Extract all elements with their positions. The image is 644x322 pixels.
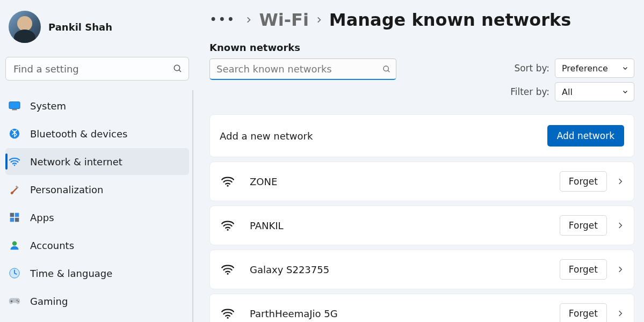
sidebar-item-label: Bluetooth & devices xyxy=(30,128,127,140)
svg-line-16 xyxy=(388,70,389,72)
sidebar-item-apps[interactable]: Apps xyxy=(5,204,189,231)
svg-point-14 xyxy=(18,301,19,302)
sidebar-item-gaming[interactable]: Gaming xyxy=(5,288,189,314)
svg-rect-8 xyxy=(15,213,19,217)
sidebar-item-label: Network & internet xyxy=(30,156,122,167)
svg-point-17 xyxy=(227,185,228,187)
sort-by-select[interactable]: Preference xyxy=(555,58,634,78)
chevron-right-icon xyxy=(617,310,624,317)
chevron-right-icon xyxy=(617,178,624,185)
sidebar-item-label: Time & language xyxy=(30,268,112,279)
sidebar: Pankil Shah System Bluetooth & devices N… xyxy=(0,0,193,322)
expand-row-button[interactable] xyxy=(617,178,624,185)
network-row[interactable]: ZONE Forget xyxy=(209,162,634,201)
network-name: ParthHeemaJio 5G xyxy=(250,308,338,319)
brush-icon xyxy=(9,184,20,195)
search-icon xyxy=(173,64,183,74)
network-row[interactable]: PANKIL Forget xyxy=(209,206,634,245)
svg-point-13 xyxy=(17,299,18,301)
accounts-icon xyxy=(9,239,20,251)
sidebar-item-network[interactable]: Network & internet xyxy=(5,148,189,175)
search-networks-input[interactable] xyxy=(209,58,396,80)
sort-by-value: Preference xyxy=(562,63,608,74)
sidebar-item-label: Gaming xyxy=(30,296,68,307)
svg-point-6 xyxy=(14,165,16,166)
system-icon xyxy=(9,100,20,112)
search-settings-input[interactable] xyxy=(5,57,189,80)
sidebar-item-label: System xyxy=(30,100,66,112)
network-name: ZONE xyxy=(250,176,277,187)
add-network-row: Add a new network Add network xyxy=(209,114,634,157)
forget-button[interactable]: Forget xyxy=(560,259,607,280)
chevron-right-icon xyxy=(617,222,624,229)
svg-point-18 xyxy=(227,229,228,231)
svg-rect-9 xyxy=(10,218,15,222)
expand-row-button[interactable] xyxy=(617,266,624,273)
chevron-right-icon xyxy=(617,266,624,273)
add-network-button[interactable]: Add network xyxy=(547,125,624,147)
svg-point-11 xyxy=(12,241,17,246)
search-networks xyxy=(209,58,396,80)
chevron-right-icon xyxy=(312,16,326,24)
forget-button[interactable]: Forget xyxy=(560,215,607,236)
sidebar-item-time[interactable]: Time & language xyxy=(5,260,189,287)
user-name: Pankil Shah xyxy=(48,21,112,33)
known-networks-header: Known networks xyxy=(209,42,634,53)
bluetooth-icon xyxy=(9,128,20,140)
network-list: Add a new network Add network ZONE Forge… xyxy=(209,114,634,322)
wifi-icon xyxy=(9,156,20,167)
sidebar-item-label: Accounts xyxy=(30,240,74,251)
chevron-down-icon xyxy=(622,89,628,95)
chevron-down-icon xyxy=(622,65,628,71)
sidebar-item-bluetooth[interactable]: Bluetooth & devices xyxy=(5,120,189,147)
filter-by-value: All xyxy=(562,87,573,97)
nav: System Bluetooth & devices Network & int… xyxy=(5,90,193,322)
network-name: PANKIL xyxy=(250,220,284,231)
expand-row-button[interactable] xyxy=(617,222,624,229)
sort-row: Sort by: Preference xyxy=(514,58,634,78)
breadcrumb-wifi[interactable]: Wi-Fi xyxy=(259,10,308,30)
svg-point-15 xyxy=(383,66,388,71)
forget-button[interactable]: Forget xyxy=(560,171,607,192)
wifi-icon xyxy=(220,175,236,187)
svg-rect-7 xyxy=(10,213,15,217)
svg-rect-10 xyxy=(15,218,19,222)
wifi-icon xyxy=(220,219,236,231)
avatar xyxy=(9,11,41,43)
expand-row-button[interactable] xyxy=(617,310,624,317)
filters: Sort by: Preference Filter by: All xyxy=(510,58,634,101)
sidebar-item-accounts[interactable]: Accounts xyxy=(5,232,189,259)
network-row[interactable]: Galaxy S223755 Forget xyxy=(209,250,634,289)
sidebar-item-label: Personalization xyxy=(30,184,103,195)
svg-point-20 xyxy=(227,317,228,319)
filter-by-select[interactable]: All xyxy=(555,82,634,101)
toolbar: Sort by: Preference Filter by: All xyxy=(209,58,634,101)
wifi-icon xyxy=(220,264,236,275)
svg-rect-4 xyxy=(12,109,17,110)
svg-line-1 xyxy=(179,70,181,72)
sidebar-item-label: Apps xyxy=(30,212,54,223)
sidebar-item-personalization[interactable]: Personalization xyxy=(5,176,189,203)
wifi-icon xyxy=(220,308,236,319)
network-row[interactable]: ParthHeemaJio 5G Forget xyxy=(209,294,634,322)
svg-rect-2 xyxy=(9,102,20,109)
network-name: Galaxy S223755 xyxy=(250,264,329,275)
svg-point-19 xyxy=(227,273,228,275)
forget-button[interactable]: Forget xyxy=(560,303,607,322)
sort-by-label: Sort by: xyxy=(514,63,549,74)
filter-row: Filter by: All xyxy=(510,82,634,101)
breadcrumb: ••• Wi-Fi Manage known networks xyxy=(209,10,634,30)
chevron-right-icon xyxy=(242,16,256,24)
main-content: ••• Wi-Fi Manage known networks Known ne… xyxy=(193,0,644,322)
apps-icon xyxy=(9,211,20,223)
sidebar-item-system[interactable]: System xyxy=(5,92,189,119)
breadcrumb-more-icon[interactable]: ••• xyxy=(209,12,238,27)
search-settings xyxy=(5,57,189,80)
gaming-icon xyxy=(9,295,20,307)
search-icon xyxy=(382,65,391,74)
clock-icon xyxy=(9,267,20,279)
add-network-title: Add a new network xyxy=(220,130,313,142)
profile[interactable]: Pankil Shah xyxy=(5,5,193,53)
svg-point-0 xyxy=(174,65,180,71)
filter-by-label: Filter by: xyxy=(510,86,549,97)
